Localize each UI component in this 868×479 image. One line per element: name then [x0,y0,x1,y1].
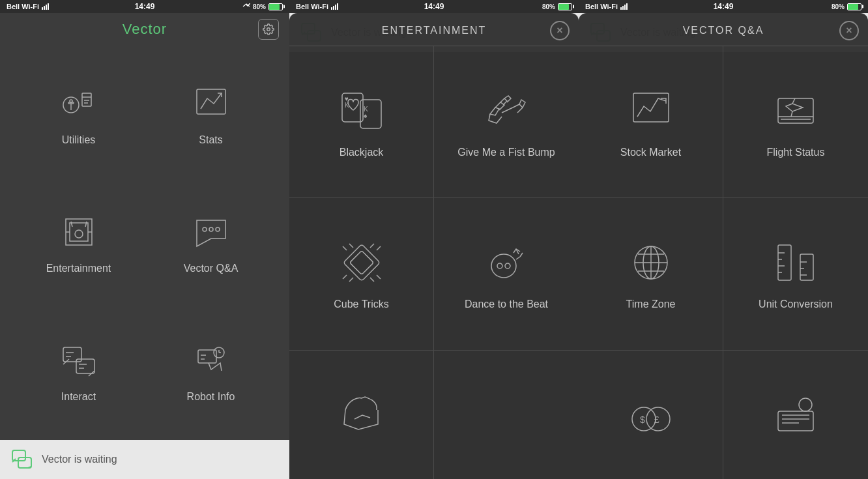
flightstatus-icon [770,85,822,137]
svg-point-19 [209,227,213,231]
status-right-1: 80% [242,3,283,10]
svg-rect-46 [343,244,380,282]
close-qa-button[interactable]: × [839,21,859,40]
svg-rect-56 [626,3,628,10]
vectorqa-label: Vector Q&A [184,263,239,274]
status-carrier-1: Bell Wi-Fi [7,3,51,10]
fistbump-icon [480,85,532,137]
entertainment-label: Entertainment [46,263,111,274]
flightstatus-label: Flight Status [767,146,825,160]
svg-rect-57 [633,93,669,122]
entertainment-grid: ♥ K K ♠ Blackjack [289,46,579,479]
settings-button[interactable] [258,19,279,40]
svg-point-20 [216,227,220,231]
modal-header-entertainment: ENTERTAINMENT × [289,13,579,46]
status-text-1: Vector is waiting [42,454,117,465]
stockmarket-icon [625,85,677,137]
svg-rect-80 [778,411,813,431]
stockmarket-label: Stock Market [620,146,681,160]
svg-rect-72 [800,254,813,280]
dancebeat-label: Dance to the Beat [465,298,548,312]
utilities-label: Utilities [62,134,96,146]
panel-main: Bell Wi-Fi 14:49 80% Vector [0,0,289,479]
menu-item-stats[interactable]: Stats [145,50,276,177]
qa-item-weather[interactable] [723,351,868,479]
panel-vectorqa: Bell Wi-Fi 14:49 80% VECTOR Q&A × [579,0,868,479]
blackjack-label: Blackjack [340,146,384,160]
weather-icon [770,388,822,441]
svg-rect-53 [620,7,622,10]
svg-rect-67 [778,245,791,280]
currency-icon: $ £ [625,388,677,441]
svg-point-4 [267,28,270,31]
svg-rect-47 [349,251,373,275]
timezone-label: Time Zone [626,298,676,312]
menu-item-interact[interactable]: Interact [13,306,144,433]
svg-line-45 [502,108,513,113]
svg-point-18 [203,227,207,231]
qa-item-stockmarket[interactable]: Stock Market [579,46,723,198]
app-title: Vector [123,21,167,38]
svg-text:$: $ [640,414,645,425]
vectorqa-icon [188,209,234,255]
unitconversion-icon [770,237,822,289]
svg-rect-9 [82,93,91,106]
dancebeat-icon [480,237,532,289]
photo-icon [336,388,388,441]
qa-item-timezone[interactable]: Time Zone [579,198,723,350]
svg-rect-7 [68,102,74,104]
status-bar-2: Bell Wi-Fi 14:49 80% [289,0,579,13]
svg-text:K: K [345,102,349,109]
entertainment-item-cubetricks[interactable]: Cube Tricks [289,198,434,350]
svg-text:£: £ [654,414,659,425]
entertainment-item-photo[interactable] [289,351,434,479]
qa-item-currency[interactable]: $ £ [579,351,723,479]
menu-item-entertainment[interactable]: Entertainment [13,178,144,305]
svg-point-16 [75,230,83,238]
modal-header-qa: VECTOR Q&A × [579,13,868,46]
svg-rect-38 [337,3,338,10]
svg-rect-36 [333,6,334,10]
entertainment-item-fistbump[interactable]: Give Me a Fist Bump [434,46,579,198]
cubetricks-icon [336,237,388,289]
svg-point-49 [497,263,502,269]
svg-rect-35 [331,7,332,10]
svg-point-50 [505,263,510,269]
svg-text:♠: ♠ [364,112,368,119]
cubetricks-label: Cube Tricks [334,298,388,312]
svg-rect-55 [624,5,626,10]
qa-grid: Stock Market Flight Status [579,46,868,479]
robotinfo-label: Robot Info [187,391,235,403]
blackjack-icon: ♥ K K ♠ [336,85,388,137]
status-time-1: 14:49 [135,2,155,11]
utilities-icon [56,81,102,126]
modal-title-entertainment: ENTERTAINMENT [382,25,487,36]
close-entertainment-button[interactable]: × [550,21,570,40]
timezone-icon [625,237,677,289]
fistbump-label: Give Me a Fist Bump [457,146,555,160]
svg-point-84 [799,398,812,411]
status-bar-3: Bell Wi-Fi 14:49 80% [579,0,868,13]
menu-item-robotinfo[interactable]: Robot Info [145,306,276,433]
menu-item-utilities[interactable]: Utilities [13,50,144,177]
app-header: Vector [0,13,289,43]
svg-rect-1 [44,6,45,10]
svg-rect-3 [48,3,49,10]
svg-marker-17 [197,220,225,246]
entertainment-item-dancebeat[interactable]: Dance to the Beat [434,198,579,350]
panel-entertainment: Bell Wi-Fi 14:49 80% ENTERTAINMENT × ♥ K [289,0,579,479]
main-menu-grid: Utilities Stats [0,43,289,440]
status-bar-1: Bell Wi-Fi 14:49 80% [0,0,289,13]
svg-rect-0 [42,7,43,10]
qa-item-flightstatus[interactable]: Flight Status [723,46,868,198]
entertainment-item-blackjack[interactable]: ♥ K K ♠ Blackjack [289,46,434,198]
svg-rect-54 [622,6,624,10]
menu-item-vectorqa[interactable]: Vector Q&A [145,178,276,305]
entertainment-icon [56,209,102,255]
unitconversion-label: Unit Conversion [759,298,833,312]
interact-label: Interact [61,391,96,403]
qa-item-unitconversion[interactable]: Unit Conversion [723,198,868,350]
entertainment-modal: ENTERTAINMENT × ♥ K K ♠ Blackjack [289,13,579,479]
qa-modal: VECTOR Q&A × Stock Market [579,13,868,479]
stats-icon [188,81,234,126]
